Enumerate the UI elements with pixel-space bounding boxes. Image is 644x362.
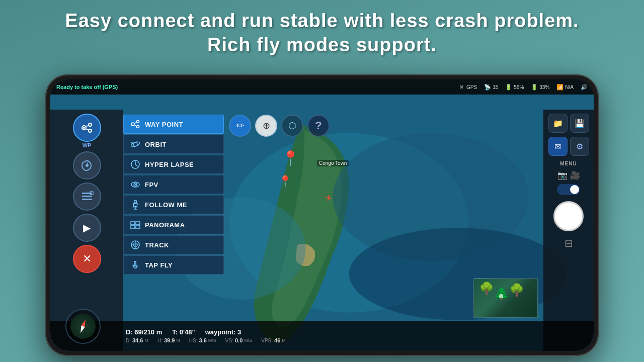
phone-wrapper: Ready to take off (GPS) ✕ GPS 📡 15 🔋 56%… bbox=[45, 74, 599, 356]
compass bbox=[65, 309, 101, 344]
toggle-knob bbox=[570, 185, 579, 194]
mid-right-buttons: ✉ ⚙ bbox=[548, 137, 589, 156]
signal-indicator: 📶 N/A bbox=[556, 83, 574, 90]
top-right-buttons: 📁 💾 bbox=[548, 114, 589, 133]
header-line1: Easy connect and run stable with less cr… bbox=[65, 10, 579, 31]
svg-line-19 bbox=[134, 122, 137, 124]
audio-indicator: 🔊 bbox=[581, 83, 588, 90]
place-label: Congo Town bbox=[317, 160, 349, 166]
gps-icon: ✕ bbox=[458, 83, 465, 90]
mh-stat: H: 39.9 M bbox=[157, 337, 180, 343]
settings-button[interactable]: ⚙ bbox=[570, 137, 589, 156]
svg-point-28 bbox=[134, 201, 137, 203]
map-thumbnail: 🌳 🌲 🌳 bbox=[473, 278, 538, 318]
phone-screen: Ready to take off (GPS) ✕ GPS 📡 15 🔋 56%… bbox=[50, 79, 594, 351]
folder-button[interactable]: 📁 bbox=[548, 114, 568, 133]
bottom-row-secondary: D: 34.6 M H: 39.9 M HS: 3.6 M/S bbox=[126, 337, 588, 343]
satellite-icon: 📡 bbox=[484, 83, 491, 90]
track-menu-item[interactable]: TRACK bbox=[123, 235, 224, 254]
mode2-button[interactable] bbox=[73, 151, 101, 179]
target-button[interactable]: ⊕ bbox=[255, 115, 277, 137]
tapfly-menu-icon bbox=[130, 259, 141, 270]
wp-label: WP bbox=[83, 142, 92, 148]
draw-button[interactable]: ✏ bbox=[229, 115, 251, 137]
waypoint-menu-icon bbox=[130, 119, 141, 130]
svg-point-6 bbox=[89, 123, 92, 126]
photo-icon: 📷 bbox=[557, 170, 568, 180]
stop-button[interactable]: ✕ bbox=[73, 245, 101, 273]
svg-rect-33 bbox=[136, 222, 140, 225]
satellite-indicator: 📡 15 bbox=[484, 83, 498, 90]
followme-menu-label: FOLLOW ME bbox=[145, 201, 187, 209]
panorama-menu-item[interactable]: PANORAMA bbox=[123, 215, 224, 234]
fpv-menu-label: FPV bbox=[145, 181, 158, 189]
map-area: Congo Town 📍 📍 ✈ ✏ ⊕ ⬡ ? bbox=[50, 95, 594, 351]
svg-line-20 bbox=[134, 125, 137, 127]
hyperlapse-menu-label: HYPER LAPSE bbox=[145, 161, 194, 168]
svg-rect-35 bbox=[136, 226, 140, 229]
play-button[interactable]: ▶ bbox=[73, 214, 101, 242]
fly-modes-menu: WAY POINT ORBIT HYPER LAPSE bbox=[123, 115, 224, 275]
orbit-menu-icon bbox=[130, 139, 141, 150]
layers-button[interactable]: ⬡ bbox=[281, 115, 303, 137]
fpv-menu-icon bbox=[130, 179, 141, 190]
track-menu-icon bbox=[130, 239, 141, 250]
hs-stat: HS: 3.6 M/S bbox=[189, 337, 216, 343]
svg-point-22 bbox=[130, 141, 140, 148]
distance-stat: D: 69/210 m bbox=[126, 328, 162, 336]
shutter-button[interactable] bbox=[553, 201, 584, 231]
menu-label: MENU bbox=[560, 161, 577, 166]
save-button[interactable]: 💾 bbox=[570, 114, 589, 133]
svg-line-31 bbox=[135, 209, 137, 210]
hyperlapse-menu-item[interactable]: HYPER LAPSE bbox=[123, 155, 224, 174]
followme-menu-item[interactable]: FOLLOW ME bbox=[123, 195, 224, 214]
hyperlapse-menu-icon bbox=[130, 159, 141, 170]
thumbnail-tree2: 🌲 bbox=[494, 287, 509, 301]
help-button[interactable]: ? bbox=[307, 115, 330, 137]
time-stat: T: 0'48" bbox=[172, 328, 195, 336]
header-section: Easy connect and run stable with less cr… bbox=[0, 0, 644, 64]
vps-stat: VPS: 46 M bbox=[261, 337, 286, 343]
camera-mode-area: 📷 🎥 bbox=[557, 170, 580, 180]
orbit-menu-item[interactable]: ORBIT bbox=[123, 135, 224, 154]
svg-point-16 bbox=[131, 123, 134, 126]
tapfly-menu-label: TAP FLY bbox=[145, 261, 173, 269]
waypoint-menu-label: WAY POINT bbox=[145, 121, 183, 128]
bottom-row-primary: D: 69/210 m T: 0'48" waypoint: 3 bbox=[126, 328, 588, 336]
followme-menu-icon bbox=[130, 199, 141, 210]
svg-rect-14 bbox=[82, 199, 92, 200]
settings-list-icon bbox=[80, 190, 94, 204]
settings-list-button[interactable] bbox=[73, 183, 101, 211]
svg-point-17 bbox=[137, 121, 139, 123]
camera-toggle[interactable] bbox=[557, 184, 580, 195]
waypoint-icon bbox=[80, 121, 94, 135]
waypoint-menu-item[interactable]: WAY POINT bbox=[123, 115, 224, 134]
thumbnail-tree1: 🌳 bbox=[479, 282, 494, 296]
thumbnail-tree3: 🌳 bbox=[509, 283, 524, 297]
map-pin-red[interactable]: 📍 bbox=[282, 150, 299, 166]
map-pin-blue[interactable]: 📍 bbox=[278, 175, 292, 188]
compass-south bbox=[78, 326, 85, 334]
battery2-icon: 🔋 bbox=[531, 83, 538, 90]
thumbnail-dot bbox=[499, 294, 503, 298]
compass-inner bbox=[70, 314, 96, 339]
waypoint-stat: waypoint: 3 bbox=[205, 328, 242, 336]
panorama-menu-icon bbox=[130, 219, 141, 230]
gps-status-text: Ready to take off (GPS) bbox=[56, 84, 118, 90]
battery1-indicator: 🔋 56% bbox=[505, 83, 524, 90]
track-menu-label: TRACK bbox=[145, 241, 169, 249]
waypoint-mode-button[interactable] bbox=[73, 114, 101, 142]
svg-point-18 bbox=[137, 126, 139, 128]
orbit-menu-label: ORBIT bbox=[145, 141, 167, 148]
svg-point-10 bbox=[83, 127, 85, 129]
mail-button[interactable]: ✉ bbox=[548, 137, 568, 156]
fpv-menu-item[interactable]: FPV bbox=[123, 175, 224, 194]
svg-rect-32 bbox=[131, 222, 135, 225]
header-title: Easy connect and run stable with less cr… bbox=[0, 9, 644, 57]
video-icon: 🎥 bbox=[570, 170, 580, 180]
tapfly-menu-item[interactable]: TAP FLY bbox=[123, 255, 224, 275]
panorama-menu-label: PANORAMA bbox=[145, 221, 185, 229]
exposure-slider-icon[interactable]: ⊟ bbox=[565, 237, 573, 249]
audio-icon: 🔊 bbox=[581, 83, 588, 90]
signal-icon: 📶 bbox=[556, 83, 564, 90]
